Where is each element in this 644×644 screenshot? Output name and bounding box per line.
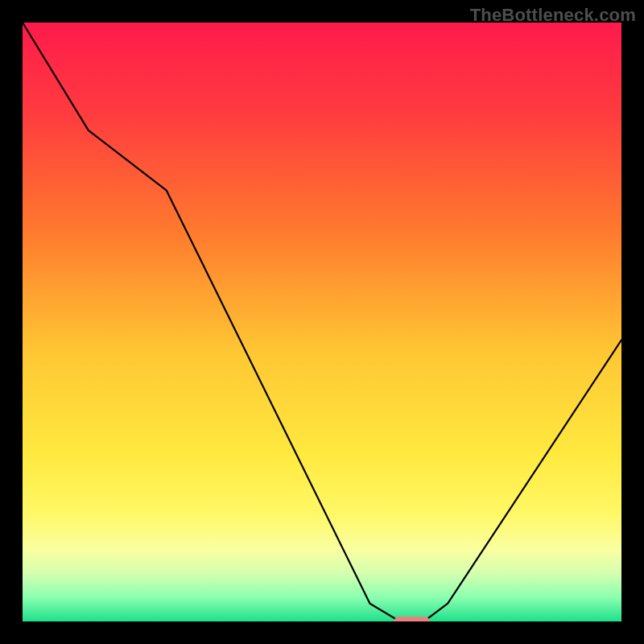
- gradient-background: [23, 23, 621, 621]
- chart-frame: TheBottleneck.com: [0, 0, 644, 644]
- watermark-text: TheBottleneck.com: [470, 5, 636, 26]
- optimum-marker: [394, 617, 430, 621]
- bottleneck-chart: [23, 23, 621, 621]
